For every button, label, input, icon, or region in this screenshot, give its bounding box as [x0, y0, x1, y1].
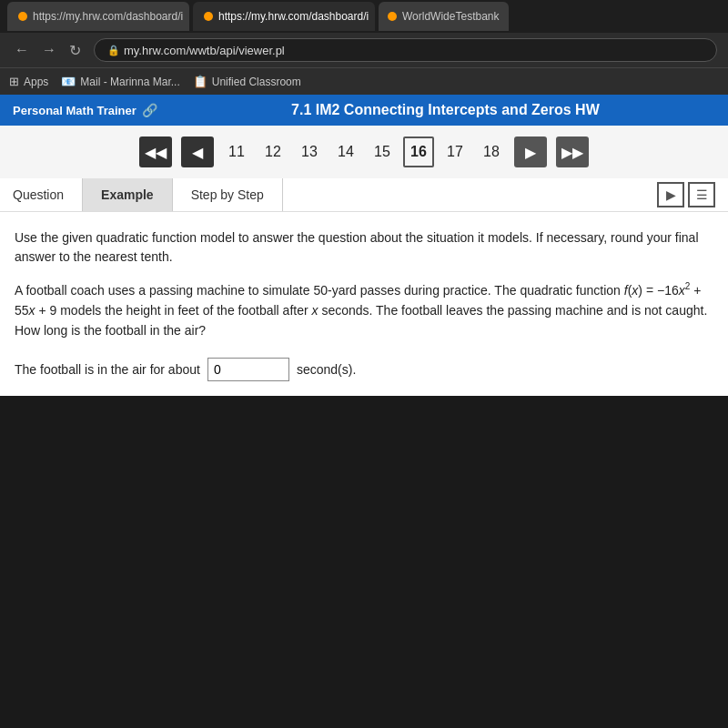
nav-page-15[interactable]: 15 [367, 136, 398, 167]
answer-row: The football is in the air for about sec… [15, 358, 713, 381]
bookmark-unified[interactable]: 📋 Unified Classroom [193, 75, 301, 88]
content-area: Use the given quadratic function model t… [0, 212, 728, 396]
bookmark-mail[interactable]: 📧 Mail - Marinna Mar... [61, 75, 179, 88]
external-link-icon: 🔗 [142, 103, 157, 117]
nav-page-13[interactable]: 13 [294, 136, 325, 167]
browser-chrome: https://my.hrw.com/dashboard/i ✕ https:/… [0, 0, 728, 95]
tab-2-url: https://my.hrw.com/dashboard/i [218, 10, 369, 23]
nav-page-16[interactable]: 16 [403, 136, 434, 167]
nav-last-button[interactable]: ▶▶ [556, 136, 589, 167]
tab-example[interactable]: Example [83, 178, 173, 211]
tab-question[interactable]: Question [13, 178, 83, 211]
nav-page-14[interactable]: 14 [330, 136, 361, 167]
browser-tab-3[interactable]: WorldWideTestbank [379, 2, 509, 31]
apps-icon: ⊞ [9, 75, 19, 88]
mail-icon: 📧 [61, 75, 76, 88]
tab-dot-3 [388, 12, 397, 21]
instruction-text: Use the given quadratic function model t… [15, 228, 713, 267]
forward-button[interactable]: → [38, 40, 60, 60]
browser-tab-1[interactable]: https://my.hrw.com/dashboard/i ✕ [7, 2, 189, 31]
browser-tab-2[interactable]: https://my.hrw.com/dashboard/i ✕ [193, 2, 375, 31]
answer-input[interactable] [207, 358, 289, 381]
answer-prefix: The football is in the air for about [15, 362, 200, 377]
bookmarks-bar: ⊞ Apps 📧 Mail - Marinna Mar... 📋 Unified… [0, 67, 728, 95]
address-bar: ← → ↻ 🔒 my.hrw.com/wwtb/api/viewer.pl [0, 33, 728, 67]
bookmark-mail-label: Mail - Marinna Mar... [80, 76, 179, 88]
nav-page-18[interactable]: 18 [476, 136, 507, 167]
nav-buttons: ← → ↻ [11, 40, 85, 61]
tab-bar: https://my.hrw.com/dashboard/i ✕ https:/… [0, 0, 728, 33]
nav-page-12[interactable]: 12 [258, 136, 288, 167]
refresh-button[interactable]: ↻ [66, 40, 85, 61]
tab-1-url: https://my.hrw.com/dashboard/i [33, 10, 183, 23]
bookmark-unified-label: Unified Classroom [212, 76, 301, 88]
menu-button[interactable]: ☰ [688, 182, 715, 207]
nav-next-button[interactable]: ▶ [514, 136, 547, 167]
tab-dot-1 [18, 12, 27, 21]
play-button[interactable]: ▶ [657, 182, 684, 207]
tab-dot-2 [204, 12, 213, 21]
back-button[interactable]: ← [11, 40, 33, 60]
address-input[interactable]: 🔒 my.hrw.com/wwtb/api/viewer.pl [94, 38, 717, 62]
page-title: 7.1 IM2 Connecting Intercepts and Zeros … [176, 102, 715, 118]
bookmark-apps-label: Apps [24, 76, 48, 88]
nav-first-button[interactable]: ◀◀ [139, 136, 172, 167]
tab-stepbystep[interactable]: Step by Step [173, 178, 283, 211]
unified-icon: 📋 [193, 75, 207, 88]
address-text: my.hrw.com/wwtb/api/viewer.pl [124, 44, 285, 57]
nav-row: ◀◀ ◀ 11 12 13 14 15 16 17 18 ▶ ▶▶ [0, 126, 728, 178]
nav-page-11[interactable]: 11 [221, 136, 252, 167]
tab-3-label: WorldWideTestbank [402, 10, 500, 23]
answer-suffix: second(s). [297, 362, 356, 377]
nav-page-17[interactable]: 17 [440, 136, 470, 167]
header-left: Personal Math Trainer 🔗 [13, 103, 157, 117]
problem-text: A football coach uses a passing machine … [15, 279, 713, 341]
header-bar: Personal Math Trainer 🔗 7.1 IM2 Connecti… [0, 95, 728, 126]
personal-math-trainer-label: Personal Math Trainer [13, 104, 136, 117]
bookmark-apps[interactable]: ⊞ Apps [9, 75, 48, 88]
nav-prev-button[interactable]: ◀ [181, 136, 214, 167]
lock-icon: 🔒 [107, 45, 120, 56]
tabs-row: Question Example Step by Step ▶ ☰ [0, 178, 728, 212]
page-content: Personal Math Trainer 🔗 7.1 IM2 Connecti… [0, 95, 728, 396]
